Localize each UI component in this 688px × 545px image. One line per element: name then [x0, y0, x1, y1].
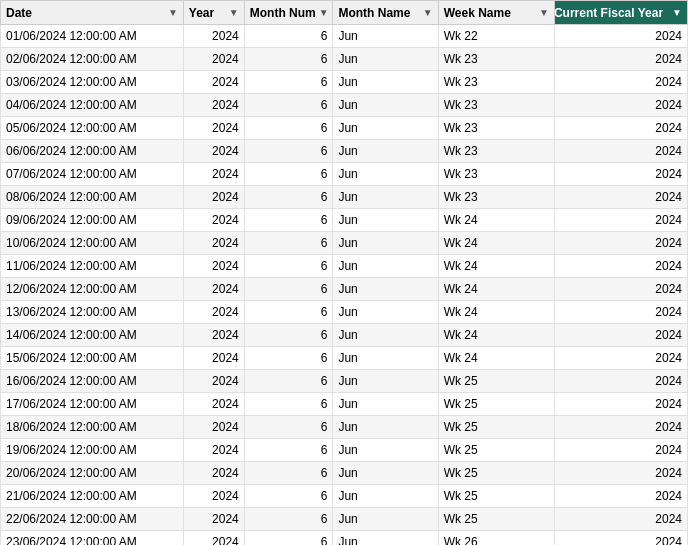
table-row: 17/06/2024 12:00:00 AM20246JunWk 252024	[1, 393, 688, 416]
table-row: 16/06/2024 12:00:00 AM20246JunWk 252024	[1, 370, 688, 393]
table-cell: 2024	[555, 439, 688, 462]
col-weekname-label: Week Name	[444, 6, 511, 20]
table-cell: Wk 24	[438, 209, 554, 232]
table-row: 19/06/2024 12:00:00 AM20246JunWk 252024	[1, 439, 688, 462]
sort-icon-date[interactable]: ▼	[168, 7, 178, 18]
table-cell: Wk 25	[438, 485, 554, 508]
table-cell: 2024	[183, 278, 244, 301]
table-row: 01/06/2024 12:00:00 AM20246JunWk 222024	[1, 25, 688, 48]
table-cell: 2024	[555, 117, 688, 140]
table-cell: Wk 22	[438, 25, 554, 48]
table-row: 12/06/2024 12:00:00 AM20246JunWk 242024	[1, 278, 688, 301]
table-cell: Wk 24	[438, 232, 554, 255]
table-cell: 16/06/2024 12:00:00 AM	[1, 370, 184, 393]
table-cell: Jun	[333, 140, 438, 163]
col-monthname-label: Month Name	[338, 6, 410, 20]
table-cell: 2024	[183, 71, 244, 94]
table-cell: Wk 26	[438, 531, 554, 546]
table-cell: 2024	[555, 25, 688, 48]
table-cell: 6	[244, 186, 333, 209]
table-cell: 2024	[555, 163, 688, 186]
data-table: Date ▼ Year ▼ Month Num ▼ Month Name	[0, 0, 688, 545]
sort-icon-monthnum[interactable]: ▼	[319, 7, 329, 18]
table-cell: 2024	[183, 393, 244, 416]
table-cell: 6	[244, 209, 333, 232]
table-cell: Wk 24	[438, 278, 554, 301]
table-cell: 2024	[183, 324, 244, 347]
table-cell: Wk 23	[438, 94, 554, 117]
table-cell: 2024	[555, 301, 688, 324]
table-cell: Jun	[333, 25, 438, 48]
table-cell: 10/06/2024 12:00:00 AM	[1, 232, 184, 255]
table-cell: 23/06/2024 12:00:00 AM	[1, 531, 184, 546]
table-cell: 2024	[183, 186, 244, 209]
table-cell: 2024	[183, 370, 244, 393]
table-row: 11/06/2024 12:00:00 AM20246JunWk 242024	[1, 255, 688, 278]
table-cell: 6	[244, 508, 333, 531]
table-cell: Jun	[333, 393, 438, 416]
table-cell: Wk 23	[438, 117, 554, 140]
table-cell: 2024	[183, 255, 244, 278]
table-cell: 6	[244, 117, 333, 140]
table-cell: Jun	[333, 301, 438, 324]
table-row: 07/06/2024 12:00:00 AM20246JunWk 232024	[1, 163, 688, 186]
table-cell: Jun	[333, 531, 438, 546]
table-cell: Jun	[333, 48, 438, 71]
table-cell: 06/06/2024 12:00:00 AM	[1, 140, 184, 163]
table-cell: 19/06/2024 12:00:00 AM	[1, 439, 184, 462]
col-header-weekname[interactable]: Week Name ▼	[438, 1, 554, 25]
table-cell: 2024	[183, 48, 244, 71]
table-cell: 2024	[183, 117, 244, 140]
table-cell: 2024	[183, 163, 244, 186]
col-year-label: Year	[189, 6, 214, 20]
table-cell: 6	[244, 416, 333, 439]
sort-icon-fiscal[interactable]: ▼	[672, 7, 682, 18]
table-cell: 2024	[183, 347, 244, 370]
table-cell: Wk 25	[438, 439, 554, 462]
table-cell: Wk 23	[438, 140, 554, 163]
table-cell: Wk 25	[438, 508, 554, 531]
table-cell: Jun	[333, 209, 438, 232]
table-cell: 2024	[183, 416, 244, 439]
sort-icon-monthname[interactable]: ▼	[423, 7, 433, 18]
table-cell: 2024	[183, 94, 244, 117]
table-cell: Wk 23	[438, 71, 554, 94]
table-cell: Wk 25	[438, 393, 554, 416]
table-cell: 2024	[555, 462, 688, 485]
table-cell: 2024	[555, 186, 688, 209]
table-cell: Jun	[333, 347, 438, 370]
table-cell: 2024	[555, 94, 688, 117]
col-header-date[interactable]: Date ▼	[1, 1, 184, 25]
table-cell: Wk 25	[438, 370, 554, 393]
col-header-monthname[interactable]: Month Name ▼	[333, 1, 438, 25]
table-cell: 6	[244, 255, 333, 278]
table-cell: 6	[244, 232, 333, 255]
col-header-monthnum[interactable]: Month Num ▼	[244, 1, 333, 25]
table-cell: 2024	[183, 301, 244, 324]
table-row: 23/06/2024 12:00:00 AM20246JunWk 262024	[1, 531, 688, 546]
table-cell: 6	[244, 324, 333, 347]
sort-icon-weekname[interactable]: ▼	[539, 7, 549, 18]
sort-icon-year[interactable]: ▼	[229, 7, 239, 18]
table-cell: 2024	[555, 416, 688, 439]
table-cell: 2024	[555, 347, 688, 370]
table-cell: Jun	[333, 324, 438, 347]
table-cell: 2024	[183, 439, 244, 462]
table-cell: 2024	[555, 232, 688, 255]
table-cell: 07/06/2024 12:00:00 AM	[1, 163, 184, 186]
table-cell: 6	[244, 94, 333, 117]
table-row: 04/06/2024 12:00:00 AM20246JunWk 232024	[1, 94, 688, 117]
col-header-year[interactable]: Year ▼	[183, 1, 244, 25]
col-header-fiscal[interactable]: Current Fiscal Year ▼	[555, 1, 688, 25]
table-row: 03/06/2024 12:00:00 AM20246JunWk 232024	[1, 71, 688, 94]
table-cell: 2024	[555, 508, 688, 531]
table-row: 05/06/2024 12:00:00 AM20246JunWk 232024	[1, 117, 688, 140]
table-cell: 09/06/2024 12:00:00 AM	[1, 209, 184, 232]
table-cell: 6	[244, 531, 333, 546]
table-cell: Wk 23	[438, 163, 554, 186]
table-cell: 04/06/2024 12:00:00 AM	[1, 94, 184, 117]
table-row: 21/06/2024 12:00:00 AM20246JunWk 252024	[1, 485, 688, 508]
table-cell: Jun	[333, 94, 438, 117]
table-row: 13/06/2024 12:00:00 AM20246JunWk 242024	[1, 301, 688, 324]
col-date-label: Date	[6, 6, 32, 20]
